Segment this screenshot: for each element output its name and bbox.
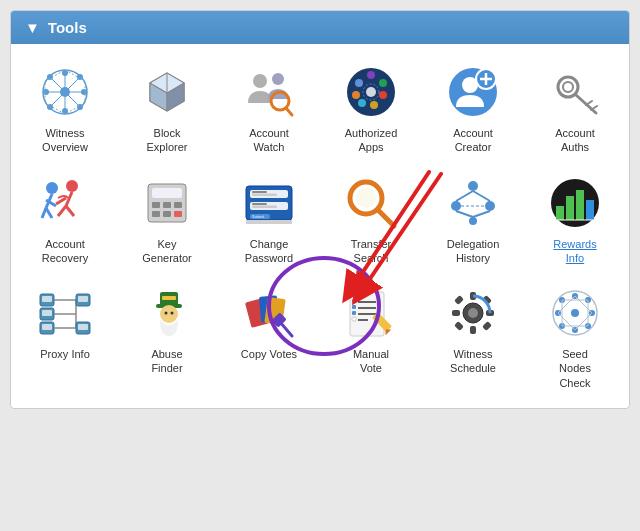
svg-point-42 bbox=[366, 87, 376, 97]
svg-rect-106 bbox=[586, 200, 594, 220]
svg-point-129 bbox=[171, 312, 174, 315]
tool-rewards-info[interactable]: RewardsInfo bbox=[525, 165, 625, 274]
tool-account-watch[interactable]: AccountWatch bbox=[219, 54, 319, 163]
proxy-info-label: Proxy Info bbox=[40, 347, 90, 361]
tool-key-generator[interactable]: KeyGenerator bbox=[117, 165, 217, 274]
account-auths-icon bbox=[545, 62, 605, 122]
rewards-info-label: RewardsInfo bbox=[553, 237, 596, 266]
tool-manual-vote[interactable]: ManualVote bbox=[321, 275, 421, 398]
svg-point-128 bbox=[165, 312, 168, 315]
svg-text:Submit: Submit bbox=[252, 214, 265, 219]
account-auths-label: AccountAuths bbox=[555, 126, 595, 155]
seed-nodes-check-icon bbox=[545, 283, 605, 343]
svg-point-95 bbox=[469, 217, 477, 225]
tool-authorized-apps[interactable]: AuthorizedApps bbox=[321, 54, 421, 163]
rewards-info-icon bbox=[545, 173, 605, 233]
abuse-finder-label: AbuseFinder bbox=[151, 347, 182, 376]
seed-nodes-check-label: SeedNodesCheck bbox=[559, 347, 591, 390]
svg-point-30 bbox=[272, 73, 284, 85]
svg-point-39 bbox=[370, 101, 378, 109]
tool-account-recovery[interactable]: AccountRecovery bbox=[15, 165, 115, 274]
account-recovery-icon bbox=[35, 173, 95, 233]
svg-rect-72 bbox=[174, 202, 182, 208]
manual-vote-label: ManualVote bbox=[353, 347, 389, 376]
svg-rect-73 bbox=[152, 211, 160, 217]
svg-rect-70 bbox=[152, 202, 160, 208]
tool-abuse-finder[interactable]: AbuseFinder bbox=[117, 275, 217, 398]
svg-rect-80 bbox=[252, 193, 277, 196]
tools-header: ▼ Tools bbox=[11, 11, 629, 44]
svg-point-127 bbox=[160, 305, 178, 323]
svg-point-36 bbox=[367, 71, 375, 79]
transfer-search-label: TransferSearch bbox=[351, 237, 392, 266]
block-explorer-icon bbox=[137, 62, 197, 122]
tool-copy-votes[interactable]: Copy Votes bbox=[219, 275, 319, 398]
account-creator-icon bbox=[443, 62, 503, 122]
svg-rect-82 bbox=[252, 203, 267, 205]
svg-point-35 bbox=[355, 79, 363, 87]
svg-rect-74 bbox=[163, 211, 171, 217]
svg-point-62 bbox=[46, 182, 58, 194]
authorized-apps-label: AuthorizedApps bbox=[345, 126, 398, 155]
account-watch-label: AccountWatch bbox=[249, 126, 289, 155]
svg-point-37 bbox=[379, 79, 387, 87]
svg-rect-126 bbox=[162, 296, 176, 300]
tools-panel: ▼ Tools bbox=[10, 10, 630, 409]
svg-rect-153 bbox=[452, 310, 460, 316]
svg-rect-103 bbox=[556, 206, 564, 220]
svg-rect-142 bbox=[352, 299, 356, 303]
tool-block-explorer[interactable]: BlockExplorer bbox=[117, 54, 217, 163]
transfer-search-icon bbox=[341, 173, 401, 233]
witness-overview-label: WitnessOverview bbox=[42, 126, 88, 155]
account-creator-label: AccountCreator bbox=[453, 126, 493, 155]
svg-rect-114 bbox=[42, 324, 52, 330]
svg-rect-143 bbox=[352, 305, 356, 309]
tool-account-creator[interactable]: AccountCreator bbox=[423, 54, 523, 163]
svg-rect-112 bbox=[42, 310, 52, 316]
svg-rect-79 bbox=[252, 191, 267, 193]
tool-transfer-search[interactable]: TransferSearch bbox=[321, 165, 421, 274]
tool-account-auths[interactable]: AccountAuths bbox=[525, 54, 625, 163]
tools-grid: WitnessOverview BlockExplorer bbox=[11, 44, 629, 408]
svg-rect-152 bbox=[470, 326, 476, 334]
witness-schedule-label: WitnessSchedule bbox=[450, 347, 496, 376]
header-arrow: ▼ bbox=[25, 19, 40, 36]
svg-rect-71 bbox=[163, 202, 171, 208]
change-password-icon: Submit bbox=[239, 173, 299, 233]
proxy-info-icon bbox=[35, 283, 95, 343]
delegation-history-icon bbox=[443, 173, 503, 233]
svg-rect-105 bbox=[576, 190, 584, 220]
svg-rect-144 bbox=[352, 311, 356, 315]
svg-point-40 bbox=[358, 99, 366, 107]
svg-rect-122 bbox=[78, 324, 88, 330]
account-watch-icon bbox=[239, 62, 299, 122]
block-explorer-label: BlockExplorer bbox=[147, 126, 188, 155]
copy-votes-label: Copy Votes bbox=[241, 347, 297, 361]
svg-rect-69 bbox=[152, 188, 182, 198]
change-password-label: ChangePassword bbox=[245, 237, 293, 266]
svg-rect-110 bbox=[42, 296, 52, 302]
svg-rect-83 bbox=[252, 205, 277, 208]
svg-rect-145 bbox=[352, 317, 356, 321]
svg-point-150 bbox=[468, 308, 478, 318]
manual-vote-icon bbox=[341, 283, 401, 343]
key-generator-icon bbox=[137, 173, 197, 233]
svg-rect-120 bbox=[78, 296, 88, 302]
svg-rect-104 bbox=[566, 196, 574, 220]
account-recovery-label: AccountRecovery bbox=[42, 237, 88, 266]
svg-point-57 bbox=[66, 180, 78, 192]
tool-change-password[interactable]: Submit ChangePassword bbox=[219, 165, 319, 274]
copy-votes-icon bbox=[239, 283, 299, 343]
witness-overview-icon bbox=[35, 62, 95, 122]
tool-delegation-history[interactable]: DelegationHistory bbox=[423, 165, 523, 274]
tool-witness-overview[interactable]: WitnessOverview bbox=[15, 54, 115, 163]
tool-seed-nodes-check[interactable]: SeedNodesCheck bbox=[525, 275, 625, 398]
svg-point-29 bbox=[253, 74, 267, 88]
svg-rect-86 bbox=[246, 220, 292, 224]
authorized-apps-icon bbox=[341, 62, 401, 122]
svg-point-169 bbox=[571, 309, 579, 317]
svg-point-92 bbox=[468, 181, 478, 191]
abuse-finder-icon bbox=[137, 283, 197, 343]
tool-proxy-info[interactable]: Proxy Info bbox=[15, 275, 115, 398]
tool-witness-schedule[interactable]: WitnessSchedule bbox=[423, 275, 523, 398]
